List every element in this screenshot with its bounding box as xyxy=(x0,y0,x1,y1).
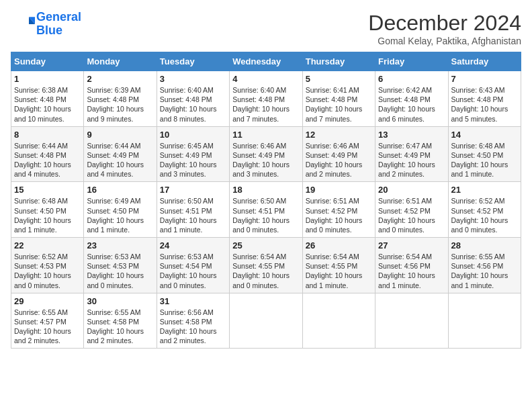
day-cell xyxy=(375,293,448,349)
day-cell: 19Sunrise: 6:51 AM Sunset: 4:52 PM Dayli… xyxy=(302,182,375,238)
day-number: 12 xyxy=(306,130,372,140)
day-cell: 4Sunrise: 6:40 AM Sunset: 4:48 PM Daylig… xyxy=(230,71,302,127)
day-cell: 15Sunrise: 6:48 AM Sunset: 4:50 PM Dayli… xyxy=(11,182,84,238)
day-cell: 8Sunrise: 6:44 AM Sunset: 4:48 PM Daylig… xyxy=(11,126,84,182)
day-info: Sunrise: 6:55 AM Sunset: 4:56 PM Dayligh… xyxy=(451,252,518,290)
day-cell xyxy=(230,293,302,349)
week-row-2: 8Sunrise: 6:44 AM Sunset: 4:48 PM Daylig… xyxy=(11,126,521,182)
day-info: Sunrise: 6:44 AM Sunset: 4:49 PM Dayligh… xyxy=(87,141,153,179)
day-info: Sunrise: 6:52 AM Sunset: 4:52 PM Dayligh… xyxy=(451,196,518,234)
day-number: 20 xyxy=(378,185,445,195)
day-number: 8 xyxy=(14,130,81,140)
day-number: 9 xyxy=(87,130,153,140)
day-cell xyxy=(448,293,521,349)
month-title: December 2024 xyxy=(368,11,521,36)
day-info: Sunrise: 6:42 AM Sunset: 4:48 PM Dayligh… xyxy=(378,85,445,124)
day-number: 31 xyxy=(160,296,226,306)
general-blue-icon xyxy=(11,12,35,36)
header-friday: Friday xyxy=(375,52,448,71)
day-cell: 20Sunrise: 6:51 AM Sunset: 4:52 PM Dayli… xyxy=(375,182,448,238)
day-info: Sunrise: 6:50 AM Sunset: 4:51 PM Dayligh… xyxy=(232,196,299,234)
day-number: 15 xyxy=(14,185,81,195)
day-number: 2 xyxy=(87,74,153,84)
day-number: 6 xyxy=(378,74,445,84)
day-number: 5 xyxy=(306,74,372,84)
day-number: 28 xyxy=(451,240,518,250)
day-cell xyxy=(302,293,375,349)
day-number: 24 xyxy=(160,240,226,250)
day-cell: 27Sunrise: 6:54 AM Sunset: 4:56 PM Dayli… xyxy=(375,238,448,293)
day-number: 13 xyxy=(378,130,445,140)
day-info: Sunrise: 6:51 AM Sunset: 4:52 PM Dayligh… xyxy=(306,196,372,234)
logo-text: General Blue xyxy=(36,11,81,38)
day-cell: 5Sunrise: 6:41 AM Sunset: 4:48 PM Daylig… xyxy=(302,71,375,127)
day-cell: 26Sunrise: 6:54 AM Sunset: 4:55 PM Dayli… xyxy=(302,238,375,293)
day-number: 26 xyxy=(306,240,372,250)
day-info: Sunrise: 6:40 AM Sunset: 4:48 PM Dayligh… xyxy=(232,85,299,124)
week-row-1: 1Sunrise: 6:38 AM Sunset: 4:48 PM Daylig… xyxy=(11,71,521,127)
day-number: 30 xyxy=(87,296,153,306)
day-number: 16 xyxy=(87,185,153,195)
day-cell: 28Sunrise: 6:55 AM Sunset: 4:56 PM Dayli… xyxy=(448,238,521,293)
day-cell: 7Sunrise: 6:43 AM Sunset: 4:48 PM Daylig… xyxy=(448,71,521,127)
day-cell: 2Sunrise: 6:39 AM Sunset: 4:48 PM Daylig… xyxy=(84,71,157,127)
day-info: Sunrise: 6:51 AM Sunset: 4:52 PM Dayligh… xyxy=(378,196,445,234)
day-cell: 21Sunrise: 6:52 AM Sunset: 4:52 PM Dayli… xyxy=(448,182,521,238)
day-cell: 11Sunrise: 6:46 AM Sunset: 4:49 PM Dayli… xyxy=(230,126,302,182)
day-number: 10 xyxy=(160,130,226,140)
day-info: Sunrise: 6:50 AM Sunset: 4:51 PM Dayligh… xyxy=(160,196,226,234)
day-info: Sunrise: 6:54 AM Sunset: 4:55 PM Dayligh… xyxy=(232,252,299,290)
day-number: 29 xyxy=(14,296,81,306)
day-cell: 29Sunrise: 6:55 AM Sunset: 4:57 PM Dayli… xyxy=(11,293,84,349)
page-header: General Blue December 2024 Gomal Kelay, … xyxy=(11,11,521,46)
day-number: 21 xyxy=(451,185,518,195)
day-info: Sunrise: 6:40 AM Sunset: 4:48 PM Dayligh… xyxy=(160,85,226,124)
day-info: Sunrise: 6:38 AM Sunset: 4:48 PM Dayligh… xyxy=(14,85,81,124)
header-tuesday: Tuesday xyxy=(157,52,229,71)
day-number: 1 xyxy=(14,74,81,84)
day-info: Sunrise: 6:48 AM Sunset: 4:50 PM Dayligh… xyxy=(14,196,81,234)
day-number: 7 xyxy=(451,74,518,84)
day-cell: 6Sunrise: 6:42 AM Sunset: 4:48 PM Daylig… xyxy=(375,71,448,127)
day-number: 11 xyxy=(232,130,299,140)
day-number: 4 xyxy=(232,74,299,84)
day-info: Sunrise: 6:53 AM Sunset: 4:54 PM Dayligh… xyxy=(160,252,226,290)
calendar-table: SundayMondayTuesdayWednesdayThursdayFrid… xyxy=(11,52,521,349)
day-info: Sunrise: 6:43 AM Sunset: 4:48 PM Dayligh… xyxy=(451,85,518,124)
day-number: 14 xyxy=(451,130,518,140)
day-number: 27 xyxy=(378,240,445,250)
day-cell: 9Sunrise: 6:44 AM Sunset: 4:49 PM Daylig… xyxy=(84,126,157,182)
day-info: Sunrise: 6:44 AM Sunset: 4:48 PM Dayligh… xyxy=(14,141,81,179)
day-info: Sunrise: 6:41 AM Sunset: 4:48 PM Dayligh… xyxy=(306,85,372,124)
day-cell: 12Sunrise: 6:46 AM Sunset: 4:49 PM Dayli… xyxy=(302,126,375,182)
day-cell: 31Sunrise: 6:56 AM Sunset: 4:58 PM Dayli… xyxy=(157,293,229,349)
header-thursday: Thursday xyxy=(302,52,375,71)
day-info: Sunrise: 6:45 AM Sunset: 4:49 PM Dayligh… xyxy=(160,141,226,179)
day-info: Sunrise: 6:53 AM Sunset: 4:53 PM Dayligh… xyxy=(87,252,153,290)
day-cell: 1Sunrise: 6:38 AM Sunset: 4:48 PM Daylig… xyxy=(11,71,84,127)
week-row-3: 15Sunrise: 6:48 AM Sunset: 4:50 PM Dayli… xyxy=(11,182,521,238)
day-cell: 17Sunrise: 6:50 AM Sunset: 4:51 PM Dayli… xyxy=(157,182,229,238)
day-cell: 23Sunrise: 6:53 AM Sunset: 4:53 PM Dayli… xyxy=(84,238,157,293)
day-cell: 10Sunrise: 6:45 AM Sunset: 4:49 PM Dayli… xyxy=(157,126,229,182)
day-info: Sunrise: 6:52 AM Sunset: 4:53 PM Dayligh… xyxy=(14,252,81,290)
header-saturday: Saturday xyxy=(448,52,521,71)
day-cell: 13Sunrise: 6:47 AM Sunset: 4:49 PM Dayli… xyxy=(375,126,448,182)
day-info: Sunrise: 6:55 AM Sunset: 4:57 PM Dayligh… xyxy=(14,308,81,346)
day-cell: 22Sunrise: 6:52 AM Sunset: 4:53 PM Dayli… xyxy=(11,238,84,293)
header-monday: Monday xyxy=(84,52,157,71)
day-number: 17 xyxy=(160,185,226,195)
day-info: Sunrise: 6:48 AM Sunset: 4:50 PM Dayligh… xyxy=(451,141,518,179)
day-cell: 3Sunrise: 6:40 AM Sunset: 4:48 PM Daylig… xyxy=(157,71,229,127)
week-row-4: 22Sunrise: 6:52 AM Sunset: 4:53 PM Dayli… xyxy=(11,238,521,293)
day-info: Sunrise: 6:55 AM Sunset: 4:58 PM Dayligh… xyxy=(87,308,153,346)
day-cell: 25Sunrise: 6:54 AM Sunset: 4:55 PM Dayli… xyxy=(230,238,302,293)
day-cell: 18Sunrise: 6:50 AM Sunset: 4:51 PM Dayli… xyxy=(230,182,302,238)
day-info: Sunrise: 6:39 AM Sunset: 4:48 PM Dayligh… xyxy=(87,85,153,124)
day-info: Sunrise: 6:49 AM Sunset: 4:50 PM Dayligh… xyxy=(87,196,153,234)
day-cell: 14Sunrise: 6:48 AM Sunset: 4:50 PM Dayli… xyxy=(448,126,521,182)
week-row-5: 29Sunrise: 6:55 AM Sunset: 4:57 PM Dayli… xyxy=(11,293,521,349)
header-sunday: Sunday xyxy=(11,52,84,71)
header-row: SundayMondayTuesdayWednesdayThursdayFrid… xyxy=(11,52,521,71)
title-block: December 2024 Gomal Kelay, Paktika, Afgh… xyxy=(368,11,521,46)
